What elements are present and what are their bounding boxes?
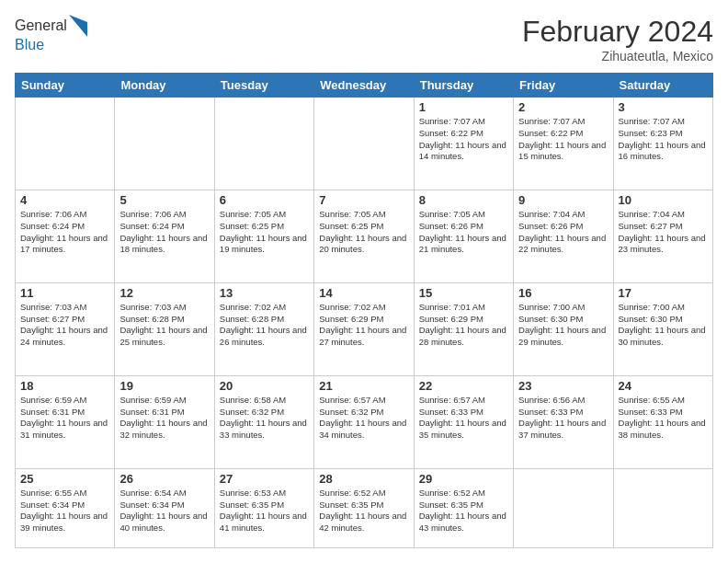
day-header-monday: Monday [115,74,214,98]
day-info: Sunrise: 7:05 AM Sunset: 6:26 PM Dayligh… [419,209,508,256]
day-number: 8 [419,193,508,207]
day-number: 21 [319,379,408,393]
calendar-cell: 17Sunrise: 7:00 AM Sunset: 6:30 PM Dayli… [613,282,712,375]
day-number: 2 [518,100,608,114]
calendar-cell: 3Sunrise: 7:07 AM Sunset: 6:23 PM Daylig… [613,98,712,190]
day-info: Sunrise: 7:07 AM Sunset: 6:22 PM Dayligh… [419,116,508,163]
calendar-cell: 27Sunrise: 6:53 AM Sunset: 6:35 PM Dayli… [214,468,313,547]
day-number: 9 [518,193,608,207]
calendar-cell: 19Sunrise: 6:59 AM Sunset: 6:31 PM Dayli… [115,375,214,468]
calendar-cell: 18Sunrise: 6:59 AM Sunset: 6:31 PM Dayli… [16,375,115,468]
calendar-cell: 23Sunrise: 6:56 AM Sunset: 6:33 PM Dayli… [514,375,613,468]
calendar-cell: 11Sunrise: 7:03 AM Sunset: 6:27 PM Dayli… [16,282,115,375]
day-info: Sunrise: 7:04 AM Sunset: 6:26 PM Dayligh… [518,209,608,256]
calendar-cell: 10Sunrise: 7:04 AM Sunset: 6:27 PM Dayli… [613,190,712,282]
calendar-cell [16,98,115,190]
day-info: Sunrise: 7:05 AM Sunset: 6:25 PM Dayligh… [220,209,309,256]
day-info: Sunrise: 7:06 AM Sunset: 6:24 PM Dayligh… [119,209,209,256]
day-info: Sunrise: 7:00 AM Sunset: 6:30 PM Dayligh… [518,302,608,349]
day-number: 5 [119,193,209,207]
calendar-cell [514,468,613,547]
day-info: Sunrise: 6:57 AM Sunset: 6:32 PM Dayligh… [319,395,408,442]
day-number: 17 [619,286,708,300]
calendar-cell: 8Sunrise: 7:05 AM Sunset: 6:26 PM Daylig… [414,190,513,282]
day-number: 27 [220,472,309,486]
day-info: Sunrise: 7:03 AM Sunset: 6:27 PM Dayligh… [20,302,109,349]
day-header-thursday: Thursday [414,74,513,98]
day-number: 18 [20,379,109,393]
day-number: 16 [518,286,608,300]
calendar-cell: 15Sunrise: 7:01 AM Sunset: 6:29 PM Dayli… [414,282,513,375]
day-number: 1 [419,100,508,114]
day-info: Sunrise: 7:03 AM Sunset: 6:28 PM Dayligh… [119,302,209,349]
day-info: Sunrise: 7:06 AM Sunset: 6:24 PM Dayligh… [20,209,109,256]
calendar-cell: 24Sunrise: 6:55 AM Sunset: 6:33 PM Dayli… [613,375,712,468]
day-header-friday: Friday [514,74,613,98]
calendar-cell: 7Sunrise: 7:05 AM Sunset: 6:25 PM Daylig… [314,190,414,282]
day-number: 13 [220,286,309,300]
calendar-cell [314,98,414,190]
calendar-cell: 14Sunrise: 7:02 AM Sunset: 6:29 PM Dayli… [314,282,414,375]
day-number: 15 [419,286,508,300]
day-number: 25 [20,472,109,486]
week-row-4: 25Sunrise: 6:55 AM Sunset: 6:34 PM Dayli… [16,468,713,547]
svg-marker-0 [69,15,87,37]
day-number: 6 [220,193,309,207]
day-number: 11 [20,286,109,300]
calendar-cell: 1Sunrise: 7:07 AM Sunset: 6:22 PM Daylig… [414,98,513,190]
day-header-tuesday: Tuesday [214,74,313,98]
week-row-2: 11Sunrise: 7:03 AM Sunset: 6:27 PM Dayli… [16,282,713,375]
day-number: 19 [119,379,209,393]
calendar-cell: 2Sunrise: 7:07 AM Sunset: 6:22 PM Daylig… [514,98,613,190]
calendar-cell: 22Sunrise: 6:57 AM Sunset: 6:33 PM Dayli… [414,375,513,468]
calendar-cell: 5Sunrise: 7:06 AM Sunset: 6:24 PM Daylig… [115,190,214,282]
week-row-0: 1Sunrise: 7:07 AM Sunset: 6:22 PM Daylig… [16,98,713,190]
day-info: Sunrise: 7:07 AM Sunset: 6:23 PM Dayligh… [619,116,708,163]
logo-general-text: General [15,17,67,34]
title-block: February 2024 Zihuateutla, Mexico [522,15,713,63]
day-number: 24 [619,379,708,393]
calendar-cell: 13Sunrise: 7:02 AM Sunset: 6:28 PM Dayli… [214,282,313,375]
calendar-cell [214,98,313,190]
calendar-cell: 16Sunrise: 7:00 AM Sunset: 6:30 PM Dayli… [514,282,613,375]
calendar-cell: 12Sunrise: 7:03 AM Sunset: 6:28 PM Dayli… [115,282,214,375]
day-info: Sunrise: 6:55 AM Sunset: 6:34 PM Dayligh… [20,488,109,534]
calendar-table: SundayMondayTuesdayWednesdayThursdayFrid… [15,73,713,548]
day-info: Sunrise: 6:58 AM Sunset: 6:32 PM Dayligh… [220,395,309,442]
page: General Blue February 2024 Zihuateutla, … [0,0,728,563]
location: Zihuateutla, Mexico [522,49,713,63]
calendar-cell [613,468,712,547]
day-info: Sunrise: 7:02 AM Sunset: 6:28 PM Dayligh… [220,302,309,349]
month-year: February 2024 [522,15,713,49]
day-number: 20 [220,379,309,393]
day-number: 14 [319,286,408,300]
day-info: Sunrise: 7:04 AM Sunset: 6:27 PM Dayligh… [619,209,708,256]
header: General Blue February 2024 Zihuateutla, … [15,15,713,63]
day-header-sunday: Sunday [16,74,115,98]
day-info: Sunrise: 6:55 AM Sunset: 6:33 PM Dayligh… [619,395,708,442]
day-number: 28 [319,472,408,486]
calendar-header-row: SundayMondayTuesdayWednesdayThursdayFrid… [16,74,713,98]
day-number: 22 [419,379,508,393]
calendar-cell: 21Sunrise: 6:57 AM Sunset: 6:32 PM Dayli… [314,375,414,468]
day-number: 10 [619,193,708,207]
day-number: 26 [119,472,209,486]
calendar-cell: 28Sunrise: 6:52 AM Sunset: 6:35 PM Dayli… [314,468,414,547]
day-header-saturday: Saturday [613,74,712,98]
calendar-cell: 4Sunrise: 7:06 AM Sunset: 6:24 PM Daylig… [16,190,115,282]
calendar-cell: 26Sunrise: 6:54 AM Sunset: 6:34 PM Dayli… [115,468,214,547]
day-info: Sunrise: 7:01 AM Sunset: 6:29 PM Dayligh… [419,302,508,349]
day-info: Sunrise: 7:07 AM Sunset: 6:22 PM Dayligh… [518,116,608,163]
day-info: Sunrise: 7:05 AM Sunset: 6:25 PM Dayligh… [319,209,408,256]
calendar-cell: 29Sunrise: 6:52 AM Sunset: 6:35 PM Dayli… [414,468,513,547]
logo-blue-text: Blue [15,37,87,53]
day-info: Sunrise: 6:56 AM Sunset: 6:33 PM Dayligh… [518,395,608,442]
logo-icon [69,15,87,37]
day-info: Sunrise: 6:54 AM Sunset: 6:34 PM Dayligh… [119,488,209,534]
day-number: 12 [119,286,209,300]
calendar-cell [115,98,214,190]
day-number: 3 [619,100,708,114]
day-number: 7 [319,193,408,207]
day-info: Sunrise: 6:59 AM Sunset: 6:31 PM Dayligh… [119,395,209,442]
calendar-cell: 20Sunrise: 6:58 AM Sunset: 6:32 PM Dayli… [214,375,313,468]
